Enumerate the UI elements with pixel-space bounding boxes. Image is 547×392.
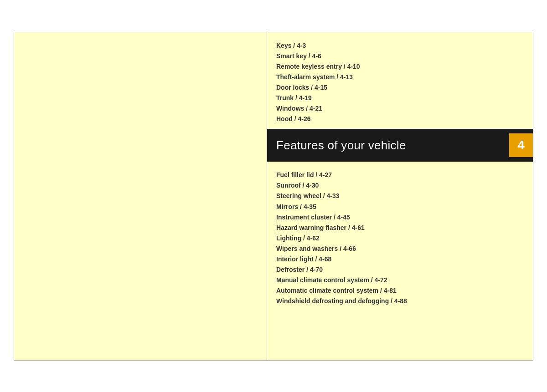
bottom-entry-2: Steering wheel / 4-33 bbox=[276, 191, 524, 201]
bottom-entry-8: Interior light / 4-68 bbox=[276, 254, 524, 265]
top-entry-1: Smart key / 4-6 bbox=[276, 51, 524, 61]
top-entry-7: Hood / 4-26 bbox=[276, 114, 524, 124]
bottom-entry-6: Lighting / 4-62 bbox=[276, 233, 524, 244]
bottom-entry-4: Instrument cluster / 4-45 bbox=[276, 212, 524, 223]
bottom-entry-0: Fuel filler lid / 4-27 bbox=[276, 170, 524, 180]
bottom-entry-9: Defroster / 4-70 bbox=[276, 265, 524, 275]
top-entry-5: Trunk / 4-19 bbox=[276, 93, 524, 103]
bottom-entries-section: Fuel filler lid / 4-27Sunroof / 4-30Stee… bbox=[267, 162, 533, 315]
chapter-number: 4 bbox=[517, 138, 525, 153]
left-panel bbox=[14, 32, 267, 360]
bottom-entry-12: Windshield defrosting and defogging / 4-… bbox=[276, 296, 524, 306]
top-entry-2: Remote keyless entry / 4-10 bbox=[276, 61, 524, 72]
chapter-number-box: 4 bbox=[509, 133, 533, 157]
top-entries-section: Keys / 4-3Smart key / 4-6Remote keyless … bbox=[267, 32, 533, 129]
bottom-entry-10: Manual climate control system / 4-72 bbox=[276, 275, 524, 285]
chapter-title: Features of your vehicle bbox=[276, 138, 406, 153]
top-entry-4: Door locks / 4-15 bbox=[276, 82, 524, 93]
right-panel: Keys / 4-3Smart key / 4-6Remote keyless … bbox=[267, 32, 533, 360]
bottom-entry-11: Automatic climate control system / 4-81 bbox=[276, 285, 524, 296]
top-entry-3: Theft-alarm system / 4-13 bbox=[276, 72, 524, 82]
bottom-entry-7: Wipers and washers / 4-66 bbox=[276, 244, 524, 254]
top-entry-0: Keys / 4-3 bbox=[276, 41, 524, 51]
top-entry-6: Windows / 4-21 bbox=[276, 103, 524, 114]
bottom-entry-1: Sunroof / 4-30 bbox=[276, 180, 524, 191]
bottom-entry-5: Hazard warning flasher / 4-61 bbox=[276, 223, 524, 233]
bottom-entry-3: Mirrors / 4-35 bbox=[276, 202, 524, 212]
chapter-header: Features of your vehicle 4 bbox=[267, 129, 533, 162]
